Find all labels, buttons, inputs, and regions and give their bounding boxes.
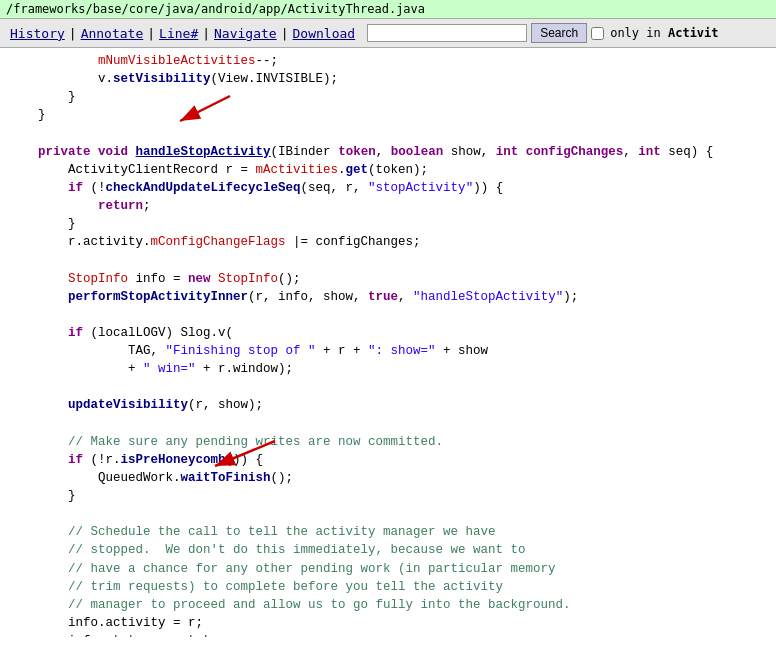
nav-sep-3: | bbox=[202, 26, 210, 41]
code-line: } bbox=[8, 106, 768, 124]
code-line: } bbox=[8, 487, 768, 505]
code-line: performStopActivityInner(r, info, show, … bbox=[8, 288, 768, 306]
code-line bbox=[8, 306, 768, 324]
code-line bbox=[8, 505, 768, 523]
code-line: } bbox=[8, 88, 768, 106]
code-line: // trim requests) to complete before you… bbox=[8, 578, 768, 596]
code-line: if (localLOGV) Slog.v( bbox=[8, 324, 768, 342]
only-in-checkbox[interactable] bbox=[591, 27, 604, 40]
code-line: info.activity = r; bbox=[8, 614, 768, 632]
code-line: TAG, "Finishing stop of " + r + ": show=… bbox=[8, 342, 768, 360]
code-line bbox=[8, 125, 768, 143]
nav-sep-1: | bbox=[69, 26, 77, 41]
nav-bar: History | Annotate | Line# | Navigate | … bbox=[0, 19, 776, 48]
code-line: mNumVisibleActivities--; bbox=[8, 52, 768, 70]
code-line: StopInfo info = new StopInfo(); bbox=[8, 270, 768, 288]
code-line: updateVisibility(r, show); bbox=[8, 396, 768, 414]
code-area: mNumVisibleActivities--; v.setVisibility… bbox=[0, 48, 776, 637]
search-input[interactable] bbox=[367, 24, 527, 42]
code-line: // Schedule the call to tell the activit… bbox=[8, 523, 768, 541]
code-line: r.activity.mConfigChangeFlags |= configC… bbox=[8, 233, 768, 251]
code-line: if (!checkAndUpdateLifecycleSeq(seq, r, … bbox=[8, 179, 768, 197]
code-line: if (!r.isPreHoneycomb()) { bbox=[8, 451, 768, 469]
code-line: QueuedWork.waitToFinish(); bbox=[8, 469, 768, 487]
code-line: + " win=" + r.window); bbox=[8, 360, 768, 378]
code-line: return; bbox=[8, 197, 768, 215]
nav-sep-4: | bbox=[281, 26, 289, 41]
code-line: info.state = r.state; bbox=[8, 632, 768, 637]
code-line bbox=[8, 415, 768, 433]
nav-annotate[interactable]: Annotate bbox=[77, 24, 148, 43]
nav-lineno[interactable]: Line# bbox=[155, 24, 202, 43]
nav-sep-2: | bbox=[147, 26, 155, 41]
code-line: // manager to proceed and allow us to go… bbox=[8, 596, 768, 614]
path-text: /frameworks/base/core/java/android/app/A… bbox=[6, 2, 425, 16]
code-line: ActivityClientRecord r = mActivities.get… bbox=[8, 161, 768, 179]
nav-history[interactable]: History bbox=[6, 24, 69, 43]
code-line bbox=[8, 251, 768, 269]
code-line: // stopped. We don't do this immediately… bbox=[8, 541, 768, 559]
search-button[interactable]: Search bbox=[531, 23, 587, 43]
code-line bbox=[8, 378, 768, 396]
code-line: v.setVisibility(View.INVISIBLE); bbox=[8, 70, 768, 88]
code-line: } bbox=[8, 215, 768, 233]
path-bar: /frameworks/base/core/java/android/app/A… bbox=[0, 0, 776, 19]
code-line: // Make sure any pending writes are now … bbox=[8, 433, 768, 451]
code-line: // have a chance for any other pending w… bbox=[8, 560, 768, 578]
nav-navigate[interactable]: Navigate bbox=[210, 24, 281, 43]
nav-download[interactable]: Download bbox=[289, 24, 360, 43]
code-line: private void handleStopActivity(IBinder … bbox=[8, 143, 768, 161]
only-in-label: only in Activit bbox=[610, 26, 718, 40]
